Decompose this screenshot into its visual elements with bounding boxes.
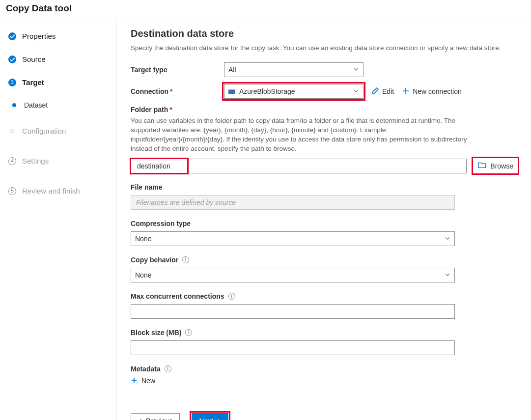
page-header-title: Copy Data tool [6, 3, 72, 13]
copy-behavior-label: Copy behavior i [131, 256, 517, 264]
info-icon[interactable]: i [165, 365, 171, 372]
plus-icon [402, 87, 410, 96]
browse-label: Browse [490, 162, 513, 170]
folder-icon [477, 161, 486, 171]
folder-path-help: You can use variables in the folder path… [131, 116, 475, 154]
copy-behavior-value: None [135, 271, 151, 279]
wizard-footer: Previous Next [131, 405, 517, 420]
metadata-new-label: New [141, 377, 155, 385]
new-connection-button[interactable]: New connection [402, 87, 462, 96]
step-label: Configuration [22, 127, 66, 135]
block-size-value[interactable] [136, 341, 449, 355]
step-settings[interactable]: 4 Settings [6, 152, 116, 170]
plus-icon [131, 377, 138, 385]
target-type-select[interactable]: All [224, 62, 363, 77]
next-button[interactable]: Next [192, 413, 228, 420]
file-name-placeholder: Filenames are defined by source [136, 198, 236, 206]
folder-path-input[interactable] [131, 159, 467, 173]
compression-type-label: Compression type [131, 220, 517, 227]
copy-behavior-select[interactable]: None [131, 268, 455, 282]
step-label: Dataset [24, 101, 48, 109]
previous-button[interactable]: Previous [131, 413, 180, 420]
step-label: Target [22, 78, 44, 86]
chevron-down-icon [445, 271, 450, 279]
step-dataset[interactable]: Dataset [6, 96, 116, 114]
block-size-input[interactable] [131, 340, 455, 355]
step-properties[interactable]: Properties [6, 27, 116, 45]
step-label: Source [22, 55, 46, 63]
metadata-label: Metadata i [131, 365, 517, 373]
previous-label: Previous [146, 417, 172, 420]
step-label: Properties [22, 32, 56, 40]
compression-type-select[interactable]: None [131, 231, 455, 246]
chevron-down-icon [353, 87, 359, 95]
info-icon[interactable]: i [228, 293, 235, 300]
step-number-icon: 4 [8, 157, 16, 165]
connection-label: Connection* [131, 87, 224, 95]
section-title: Destination data store [131, 28, 517, 39]
chevron-left-icon [138, 419, 143, 420]
info-icon[interactable]: i [185, 329, 192, 336]
file-name-input: Filenames are defined by source [131, 195, 455, 210]
step-number-icon: 5 [8, 187, 16, 195]
folder-path-label: Folder path* [131, 106, 517, 113]
substep-dot-icon [12, 103, 16, 107]
step-target[interactable]: 3 Target [6, 73, 116, 91]
target-type-value: All [228, 66, 236, 74]
chevron-down-icon [445, 235, 450, 243]
pencil-icon [371, 87, 379, 96]
browse-button[interactable]: Browse [474, 159, 517, 173]
file-name-label: File name [131, 183, 517, 191]
page-header: Copy Data tool [0, 0, 531, 18]
check-icon [8, 56, 16, 63]
step-configuration[interactable]: Configuration [6, 122, 116, 140]
block-size-label: Block size (MB) i [131, 329, 517, 336]
compression-type-value: None [135, 235, 151, 243]
check-icon [8, 32, 16, 40]
chevron-down-icon [353, 66, 359, 74]
step-number-icon: 3 [8, 79, 16, 86]
edit-connection-button[interactable]: Edit [371, 87, 394, 96]
new-connection-label: New connection [413, 87, 462, 95]
edit-label: Edit [382, 87, 394, 95]
step-label: Review and finish [22, 187, 80, 195]
step-label: Settings [22, 157, 49, 165]
storage-icon [228, 89, 235, 94]
chevron-right-icon [216, 419, 221, 420]
next-label: Next [199, 417, 213, 420]
step-review[interactable]: 5 Review and finish [6, 182, 116, 200]
target-type-label: Target type [131, 66, 224, 74]
connection-value: AzureBlobStorage [239, 87, 295, 95]
step-circle-icon [10, 129, 14, 133]
section-description: Specify the destination data store for t… [131, 44, 517, 52]
folder-path-value[interactable] [136, 159, 461, 173]
max-conn-value[interactable] [136, 305, 449, 318]
connection-select[interactable]: AzureBlobStorage [224, 84, 363, 99]
metadata-new-button[interactable]: New [131, 377, 517, 385]
wizard-sidebar: Properties Source 3 Target Dataset [0, 18, 117, 420]
step-source[interactable]: Source [6, 50, 116, 68]
info-icon[interactable]: i [182, 256, 189, 263]
max-conn-input[interactable] [131, 304, 455, 319]
max-conn-label: Max concurrent connections i [131, 292, 517, 300]
main-content: Destination data store Specify the desti… [117, 18, 531, 420]
